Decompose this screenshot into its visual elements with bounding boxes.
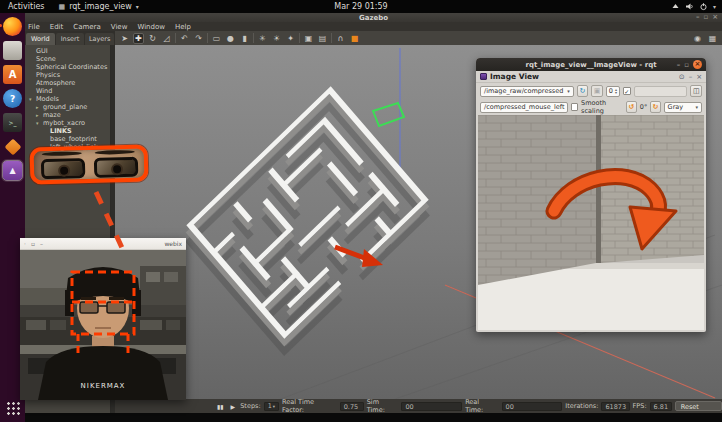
show-apps-icon[interactable] bbox=[3, 398, 22, 417]
align-icon[interactable]: ∩ bbox=[335, 34, 346, 43]
topic-dropdown[interactable]: /image_raw/compressed ▾ bbox=[480, 86, 574, 97]
tree-item[interactable]: Physics bbox=[25, 71, 110, 79]
tree-item[interactable]: ▾ Models bbox=[25, 95, 110, 103]
rotate-right-button[interactable]: ↻ bbox=[650, 101, 660, 113]
webcam-titlebar[interactable]: · ▫ – webix bbox=[20, 238, 186, 250]
window-control-icon[interactable]: · bbox=[24, 240, 26, 247]
colormap-dropdown[interactable]: Gray ▾ bbox=[664, 102, 702, 113]
expander-arrow-icon[interactable]: ▸ bbox=[36, 111, 41, 119]
menu-item[interactable]: Window bbox=[137, 23, 165, 31]
rqt-image-view-window: rqt_image_view__ImageView - rqt – ▫ × Im… bbox=[476, 58, 706, 332]
menu-item[interactable]: Help bbox=[175, 23, 191, 31]
window-control-icon[interactable]: ▫ bbox=[31, 240, 35, 247]
terminal-icon[interactable]: >_ bbox=[3, 113, 22, 132]
box-shape-icon[interactable]: ▭ bbox=[211, 34, 222, 43]
select-tool-icon[interactable]: ➤ bbox=[119, 34, 130, 43]
plugin-title: Image View bbox=[490, 72, 539, 81]
gazebo-icon[interactable] bbox=[3, 137, 22, 156]
redo-icon[interactable]: ↷ bbox=[193, 34, 204, 43]
focused-app-menu[interactable]: ▦ rqt_image_view ▾ bbox=[59, 2, 139, 11]
panel-tab[interactable]: Layers bbox=[85, 33, 114, 45]
steps-stepper[interactable]: 1 ▾ bbox=[264, 402, 279, 411]
scale-tool-icon[interactable]: ◿ bbox=[161, 34, 172, 43]
tree-item[interactable]: Wind bbox=[25, 87, 110, 95]
ubuntu-software-icon[interactable]: A bbox=[3, 65, 22, 84]
menu-item[interactable]: File bbox=[28, 23, 40, 31]
tree-item[interactable]: ▸ ground_plane bbox=[25, 103, 110, 111]
menu-item[interactable]: Edit bbox=[50, 23, 64, 31]
directional-light-icon[interactable]: ✦ bbox=[285, 34, 296, 43]
sim-time-label: Sim Time: bbox=[367, 398, 399, 413]
zoom-fit-button[interactable]: ▣ bbox=[591, 85, 603, 97]
plot-window-icon[interactable]: ▦ bbox=[707, 34, 718, 43]
activities-button[interactable]: Activities bbox=[8, 2, 45, 11]
files-icon[interactable] bbox=[3, 41, 22, 60]
panel-tab[interactable]: Insert bbox=[56, 33, 85, 45]
image-viewer-icon[interactable]: ▲ bbox=[3, 161, 22, 180]
paste-icon[interactable]: ▤ bbox=[317, 34, 328, 43]
tree-item[interactable]: base_footprint bbox=[25, 135, 110, 143]
expander-arrow-icon[interactable]: ▾ bbox=[36, 119, 41, 127]
plugin-settings-icon[interactable]: ⊙ bbox=[679, 73, 685, 81]
close-button[interactable]: × bbox=[693, 60, 702, 69]
gazebo-menubar: FileEditCameraViewWindowHelp bbox=[25, 22, 722, 31]
queue-size-spinbox[interactable]: 0 ▴▾ bbox=[606, 86, 620, 97]
image-view-plugin-header: Image View ⊙ – × bbox=[476, 71, 706, 83]
tree-item[interactable]: ▾ mybot_xacro bbox=[25, 119, 110, 127]
clock[interactable]: Mar 29 01:59 bbox=[334, 2, 387, 11]
tree-item[interactable]: Scene bbox=[25, 55, 110, 63]
maximize-button[interactable]: ▫ bbox=[684, 61, 689, 69]
record-log-icon[interactable]: ■ bbox=[349, 34, 360, 43]
webcam-window-title: webix bbox=[164, 240, 182, 247]
rqt-window-title: rqt_image_view__ImageView - rqt bbox=[525, 61, 656, 69]
plugin-close-button[interactable]: × bbox=[696, 73, 702, 81]
panel-tab[interactable]: World bbox=[26, 33, 55, 45]
tree-item[interactable]: Spherical Coordinates bbox=[25, 63, 110, 71]
save-image-button[interactable]: ◫ bbox=[690, 85, 702, 97]
smooth-scaling-checkbox[interactable] bbox=[571, 103, 578, 111]
system-status-area[interactable]: ▾ bbox=[671, 2, 716, 11]
tree-item[interactable]: GUI bbox=[25, 47, 110, 55]
rotate-tool-icon[interactable]: ↻ bbox=[147, 34, 158, 43]
maximize-button[interactable]: ▫ bbox=[703, 13, 708, 22]
refresh-topics-button[interactable]: ↻ bbox=[577, 85, 589, 97]
spot-light-icon[interactable]: ☀ bbox=[271, 34, 282, 43]
dynamic-range-checkbox[interactable]: ✓ bbox=[623, 87, 631, 95]
copy-icon[interactable]: ▣ bbox=[303, 34, 314, 43]
window-control-icon[interactable]: – bbox=[40, 240, 43, 247]
tree-item[interactable]: ▸ maze bbox=[25, 111, 110, 119]
tree-item[interactable]: LINKS bbox=[25, 127, 110, 135]
publish-click-topic-field[interactable]: /compressed_mouse_left bbox=[480, 102, 568, 113]
reset-time-button[interactable]: Reset Time bbox=[675, 401, 722, 411]
rqt-titlebar[interactable]: rqt_image_view__ImageView - rqt – ▫ × bbox=[476, 58, 706, 71]
gazebo-window-title: Gazebo bbox=[359, 14, 388, 22]
real-time-label: Real Time: bbox=[465, 398, 498, 413]
menu-item[interactable]: Camera bbox=[73, 23, 100, 31]
undo-icon[interactable]: ↶ bbox=[179, 34, 190, 43]
chevron-down-icon: ▾ bbox=[273, 402, 275, 411]
expander-arrow-icon[interactable]: ▸ bbox=[36, 103, 41, 111]
rotate-left-button[interactable]: ↺ bbox=[626, 101, 636, 113]
firefox-icon[interactable] bbox=[3, 17, 22, 36]
help-icon[interactable]: ? bbox=[3, 89, 22, 108]
camera-image-view[interactable] bbox=[478, 115, 704, 330]
tree-item[interactable]: Atmosphere bbox=[25, 79, 110, 87]
minimize-button[interactable]: – bbox=[677, 61, 681, 69]
close-button[interactable]: × bbox=[712, 13, 718, 22]
rtf-label: Real Time Factor: bbox=[282, 398, 337, 413]
step-button[interactable]: ▶ bbox=[229, 403, 238, 410]
expander-arrow-icon[interactable]: ▾ bbox=[29, 95, 34, 103]
menu-item[interactable]: View bbox=[111, 23, 128, 31]
point-light-icon[interactable]: ✳ bbox=[257, 34, 268, 43]
gazebo-titlebar[interactable]: Gazebo – ▫ × bbox=[25, 13, 722, 22]
plugin-float-button[interactable]: – bbox=[689, 73, 693, 81]
sphere-shape-icon[interactable]: ● bbox=[225, 34, 236, 43]
tree-item-label: Atmosphere bbox=[36, 79, 75, 87]
save-filename-field[interactable] bbox=[634, 86, 688, 97]
screenshot-camera-icon[interactable]: ◉ bbox=[692, 34, 703, 43]
translate-tool-icon[interactable]: ✚ bbox=[133, 33, 144, 44]
cylinder-shape-icon[interactable]: ▮ bbox=[239, 34, 250, 43]
right-glasses-lens bbox=[94, 157, 139, 178]
minimize-button[interactable]: – bbox=[696, 13, 700, 22]
pause-button[interactable]: ▮▮ bbox=[215, 403, 226, 410]
